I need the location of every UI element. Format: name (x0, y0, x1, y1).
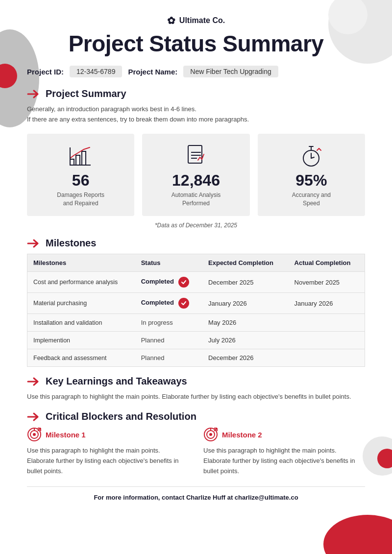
project-summary-title: Project Summary (46, 88, 126, 99)
brand-logo: ✿ Ultimate Co. (167, 15, 225, 26)
stats-row: 56 Damages Reportsand Repaired 12,846 Au… (27, 134, 365, 217)
stat-card-damages: 56 Damages Reportsand Repaired (27, 134, 134, 217)
stat-label-damages: Damages Reportsand Repaired (35, 191, 126, 208)
svg-rect-0 (70, 159, 74, 165)
svg-rect-5 (188, 145, 202, 163)
milestone-name: Cost and performance analysis (27, 272, 135, 293)
summary-line-2: If there are any extra sentences, try to… (27, 116, 249, 123)
summary-line-1: Generally, an introduction paragraph wor… (27, 105, 196, 113)
stat-card-analysis: 12,846 Automatic AnalysisPerformed (142, 134, 249, 217)
stat-icon-timer (266, 145, 357, 168)
milestone-actual: November 2025 (289, 272, 365, 293)
milestone-name: Implemention (27, 332, 135, 349)
stat-number-accuracy: 95% (266, 172, 357, 189)
arrow-icon-blockers (27, 412, 41, 422)
milestone-status: In progress (135, 314, 202, 332)
footer-text: For more information, contact Charlize H… (94, 494, 298, 501)
blocker-1-title: Milestone 1 (46, 431, 86, 439)
blocker-col-2: Milestone 2 Use this paragraph to highli… (203, 427, 365, 476)
brand-icon: ✿ (167, 15, 175, 26)
col-header-actual: Actual Completion (289, 254, 365, 272)
stat-label-accuracy: Accurancy andSpeed (266, 191, 357, 208)
project-name-value: New Fiber Tech Upgrading (183, 66, 278, 77)
milestones-title: Milestones (46, 238, 96, 249)
key-learnings-title: Key Learnings and Takeaways (46, 376, 187, 387)
project-id-value: 12-345-6789 (70, 66, 122, 77)
stat-icon-chart (35, 145, 126, 168)
svg-rect-1 (76, 155, 80, 165)
blocker-2-text: Use this paragraph to highlight the main… (203, 446, 365, 476)
arrow-icon-learnings (27, 377, 41, 386)
svg-point-25 (209, 433, 212, 436)
milestone-actual (289, 349, 365, 367)
stat-icon-document (150, 145, 242, 168)
col-header-milestones: Milestones (27, 254, 135, 272)
table-row: Feedback and assessmentPlannedDecember 2… (27, 349, 365, 367)
milestone-status: Completed (135, 272, 202, 293)
key-learnings-header: Key Learnings and Takeaways (27, 376, 365, 387)
svg-line-15 (319, 148, 321, 150)
check-badge (178, 277, 189, 288)
milestone-expected: December 2025 (202, 272, 289, 293)
arrow-icon-milestones (27, 239, 41, 248)
target-icon-1 (27, 427, 42, 442)
milestone-status: Planned (135, 349, 202, 367)
blockers-row: Milestone 1 Use this paragraph to highli… (27, 427, 365, 476)
table-row: Cost and performance analysisCompleted D… (27, 272, 365, 293)
milestone-expected: May 2026 (202, 314, 289, 332)
deco-red-large-bottom-right (323, 515, 392, 554)
project-summary-text: Generally, an introduction paragraph wor… (27, 104, 365, 125)
milestone-name: Material purchasing (27, 293, 135, 314)
table-row: Material purchasingCompleted January 202… (27, 293, 365, 314)
project-summary-header: Project Summary (27, 88, 365, 99)
blocker-1-header: Milestone 1 (27, 427, 189, 442)
blocker-col-1: Milestone 1 Use this paragraph to highli… (27, 427, 189, 476)
data-note: *Data as of December 31, 2025 (27, 222, 365, 229)
blocker-1-text: Use this paragraph to highlight the main… (27, 446, 189, 476)
stat-number-damages: 56 (35, 172, 126, 189)
stat-card-accuracy: 95% Accurancy andSpeed (258, 134, 365, 217)
blocker-2-header: Milestone 2 (203, 427, 365, 442)
milestone-status: Completed (135, 293, 202, 314)
milestone-name: Feedback and assessment (27, 349, 135, 367)
brand-name: Ultimate Co. (179, 16, 225, 25)
milestone-actual (289, 314, 365, 332)
milestone-expected: December 2026 (202, 349, 289, 367)
milestones-table: Milestones Status Expected Completion Ac… (27, 254, 365, 367)
milestone-expected: January 2026 (202, 293, 289, 314)
col-header-expected: Expected Completion (202, 254, 289, 272)
milestone-status: Planned (135, 332, 202, 349)
project-info-bar: Project ID: 12-345-6789 Project Name: Ne… (27, 66, 365, 77)
target-icon-2 (203, 427, 218, 442)
col-header-status: Status (135, 254, 202, 272)
svg-rect-2 (82, 151, 86, 165)
page-title: Project Status Summary (27, 30, 365, 57)
key-learnings-text: Use this paragraph to highlight the main… (27, 392, 365, 402)
page-footer: For more information, contact Charlize H… (27, 486, 365, 501)
critical-blockers-header: Critical Blockers and Resolution (27, 411, 365, 422)
blocker-2-title: Milestone 2 (222, 431, 262, 439)
table-row: Installation and validationIn progressMa… (27, 314, 365, 332)
svg-point-18 (33, 433, 36, 436)
milestone-expected: July 2026 (202, 332, 289, 349)
milestones-header: Milestones (27, 238, 365, 249)
critical-blockers-title: Critical Blockers and Resolution (46, 411, 196, 422)
stat-label-analysis: Automatic AnalysisPerformed (150, 191, 242, 208)
stat-number-analysis: 12,846 (150, 172, 242, 189)
arrow-icon-summary (27, 89, 41, 99)
check-badge (178, 298, 189, 309)
project-name-label: Project Name: (128, 68, 177, 76)
milestone-name: Installation and validation (27, 314, 135, 332)
table-row: ImplementionPlannedJuly 2026 (27, 332, 365, 349)
milestone-actual: January 2026 (289, 293, 365, 314)
brand-header: ✿ Ultimate Co. (27, 15, 365, 26)
milestone-actual (289, 332, 365, 349)
project-id-label: Project ID: (27, 68, 64, 76)
